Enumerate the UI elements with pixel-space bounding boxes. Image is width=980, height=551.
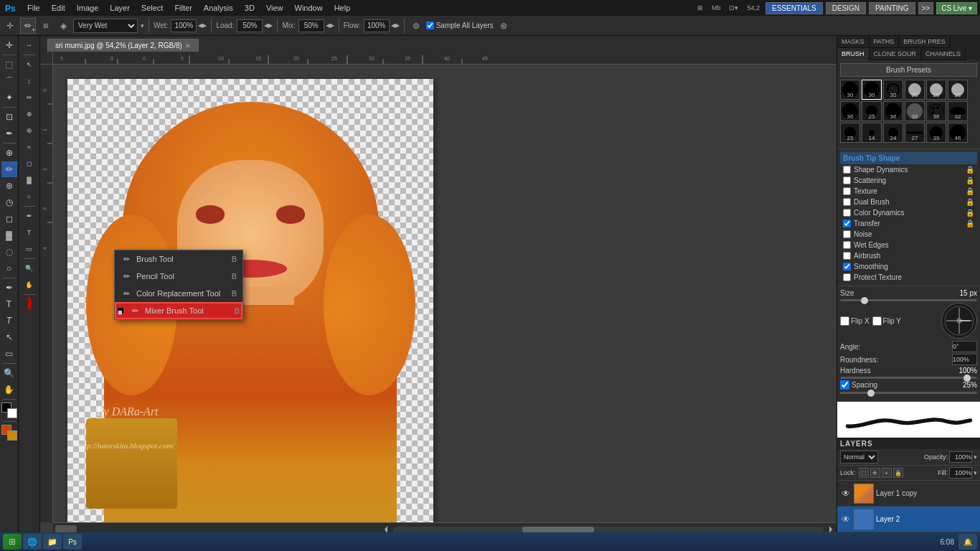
menu-pencil-tool[interactable]: ✏ Pencil Tool B xyxy=(115,268,242,285)
brush-swatch-12[interactable]: 25 xyxy=(840,123,860,143)
tool-path-select[interactable]: ↖ xyxy=(1,329,17,345)
tool2-arrow[interactable]: ↖ xyxy=(22,57,37,72)
menu-select[interactable]: Select xyxy=(136,2,169,14)
texture-category[interactable]: Texture 🔒 xyxy=(840,186,977,197)
tool-clone[interactable]: ⊛ xyxy=(1,178,17,194)
mix-arrow[interactable]: ◀▶ xyxy=(326,22,334,29)
spacing-slider[interactable] xyxy=(840,392,977,394)
size-slider-thumb[interactable] xyxy=(861,297,868,304)
canvas-tab-close[interactable]: ✕ xyxy=(185,42,191,50)
brush-swatch-11[interactable]: 32 xyxy=(948,101,968,121)
tool2-move[interactable]: ↔ xyxy=(22,37,37,53)
tab-masks[interactable]: MASKS xyxy=(837,36,870,48)
layer-item-0[interactable]: 👁 Layer 1 copy xyxy=(837,481,980,507)
layer-item-1[interactable]: 👁 Layer 2 xyxy=(837,507,980,532)
mix-value[interactable]: ◀▶ xyxy=(298,19,334,32)
brush-tool-button[interactable]: ✏ ▾ xyxy=(20,18,36,34)
load-value[interactable]: ◀▶ xyxy=(237,19,273,32)
color-dynamics-category[interactable]: Color Dynamics 🔒 xyxy=(840,207,977,218)
tab-paths[interactable]: PATHS xyxy=(870,36,900,48)
scroll-track[interactable] xyxy=(393,527,824,532)
tool-dodge[interactable]: ○ xyxy=(1,260,17,276)
brush-swatch-7[interactable]: 25 xyxy=(862,101,882,121)
menu-view[interactable]: View xyxy=(260,2,289,14)
taskbar-ie[interactable]: 🌐 xyxy=(23,534,42,550)
menu-analysis[interactable]: Analysis xyxy=(198,2,239,14)
workspace-essentials[interactable]: ESSENTIALS xyxy=(765,2,823,14)
wet-value[interactable]: ◀▶ xyxy=(171,19,207,32)
tool-pen[interactable]: ✒ xyxy=(1,280,17,296)
tool2-hand[interactable]: ✋ xyxy=(22,277,37,293)
tool2-shape[interactable]: ▭ xyxy=(22,241,37,257)
menu-3d[interactable]: 3D xyxy=(239,2,260,14)
lock-pixels-icon[interactable]: ⬚ xyxy=(859,468,869,478)
noise-category[interactable]: Noise xyxy=(840,229,977,240)
brush-swatch-4[interactable]: 25 xyxy=(926,80,946,100)
transfer-checkbox[interactable] xyxy=(843,220,851,227)
hardness-slider-thumb[interactable] xyxy=(963,375,971,382)
tab-brush-presets[interactable]: BRUSH PRES xyxy=(899,36,951,48)
brush-swatch-13[interactable]: 14 xyxy=(862,123,882,143)
tool-crop[interactable]: ⊡ xyxy=(1,109,17,125)
tab-clone-source[interactable]: CLONE SOUR xyxy=(870,48,922,60)
wet-edges-checkbox[interactable] xyxy=(843,241,851,249)
scattering-category[interactable]: Scattering 🔒 xyxy=(840,175,977,186)
tool2-dodge[interactable]: ○ xyxy=(22,189,37,204)
brush-swatch-9[interactable]: 36 xyxy=(905,101,925,121)
load-arrow[interactable]: ◀▶ xyxy=(264,22,273,29)
menu-layer[interactable]: Layer xyxy=(104,2,136,14)
menu-mixer-brush[interactable]: ■ ✏ Mixer Brush Tool B xyxy=(115,302,242,319)
mix-input[interactable] xyxy=(298,19,324,32)
transfer-category[interactable]: Transfer 🔒 xyxy=(840,218,977,229)
cs-live-button[interactable]: CS Live ▾ xyxy=(936,2,977,14)
load-input[interactable] xyxy=(237,19,263,32)
wet-arrow[interactable]: ◀▶ xyxy=(198,22,207,29)
brush-swatch-15[interactable]: 27 xyxy=(905,123,925,143)
dual-brush-category[interactable]: Dual Brush 🔒 xyxy=(840,197,977,207)
menu-image[interactable]: Image xyxy=(71,2,105,14)
menu-color-replacement[interactable]: ✏ Color Replacement Tool B xyxy=(115,285,242,302)
tool-eyedropper[interactable]: ✒ xyxy=(1,126,17,141)
tool2-clone[interactable]: ⊛ xyxy=(22,123,37,138)
tool2-pen[interactable]: ✒ xyxy=(22,208,37,224)
tool2-eraser[interactable]: ◻ xyxy=(22,156,37,171)
tool-magic-wand[interactable]: ✦ xyxy=(1,90,17,105)
flow-value[interactable]: ◀▶ xyxy=(364,19,400,32)
tool-marquee[interactable]: ⬚ xyxy=(1,57,17,72)
smoothing-checkbox[interactable] xyxy=(843,263,851,270)
brush-preset-select[interactable]: Very Wet xyxy=(73,19,138,33)
workspace-design[interactable]: DESIGN xyxy=(826,2,866,14)
brush-swatch-5[interactable]: 25 xyxy=(948,80,968,100)
wet-input[interactable] xyxy=(171,19,197,32)
hardness-slider[interactable] xyxy=(840,377,977,379)
lock-lock-icon[interactable]: 🔒 xyxy=(893,468,903,478)
tool-history[interactable]: ◷ xyxy=(1,194,17,210)
flip-x-checkbox[interactable]: Flip X xyxy=(840,316,870,326)
menu-brush-tool[interactable]: ✏ Brush Tool B xyxy=(115,250,242,268)
tool2-heal[interactable]: ⊕ xyxy=(22,106,37,122)
tool2-gradient[interactable]: ▓ xyxy=(22,172,37,188)
canvas-tab-main[interactable]: sri murni.jpg @ 54,2% (Layer 2, RGB/8) ✕ xyxy=(47,39,199,52)
brush-swatch-1[interactable]: 30 xyxy=(862,80,882,100)
airbrush-checkbox[interactable] xyxy=(843,252,851,260)
tool2-text[interactable]: T xyxy=(22,225,37,240)
tool-brush[interactable]: ✏ xyxy=(1,161,17,177)
brush-swatch-14[interactable]: 24 xyxy=(883,123,903,143)
brush-swatch-2[interactable]: 30 xyxy=(883,80,903,100)
menu-file[interactable]: File xyxy=(22,2,46,14)
taskbar-ps[interactable]: Ps xyxy=(63,534,82,550)
tool2-arrow2[interactable]: ↕ xyxy=(22,73,37,89)
tool-move[interactable]: ✛ xyxy=(1,37,17,53)
scroll-thumb[interactable] xyxy=(522,527,594,532)
smoothing-category[interactable]: Smoothing xyxy=(840,261,977,272)
brush-presets-button[interactable]: Brush Presets xyxy=(840,63,977,77)
taskbar-notif[interactable]: 🔔 xyxy=(958,534,977,550)
brush-swatch-8[interactable]: 36 xyxy=(883,101,903,121)
lock-all-icon[interactable]: + xyxy=(882,468,892,478)
tool-shape[interactable]: ▭ xyxy=(1,346,17,362)
sample-all-checkbox[interactable]: Sample All Layers xyxy=(426,22,494,29)
spacing-slider-thumb[interactable] xyxy=(867,390,875,397)
fg-color[interactable] xyxy=(1,402,17,418)
tool-text[interactable]: T xyxy=(1,296,17,312)
fill-arrow[interactable]: ▾ xyxy=(974,469,977,476)
